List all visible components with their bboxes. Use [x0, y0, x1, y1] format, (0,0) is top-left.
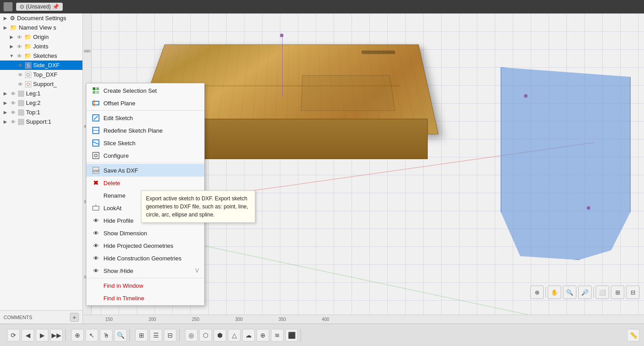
tree-item-doc-settings[interactable]: ▶ ⚙ Document Settings — [0, 13, 82, 23]
svg-rect-18 — [93, 206, 99, 210]
folder-icon — [18, 91, 24, 97]
tree-item-support1[interactable]: ▶ 👁 Support:1 — [0, 117, 82, 126]
menu-find-in-window[interactable]: Find in Window — [86, 279, 204, 292]
pointer-button[interactable]: 🖱 — [100, 329, 112, 342]
eye-icon: 👁 — [10, 91, 16, 96]
menu-divider-2 — [86, 163, 204, 163]
slice-icon — [92, 139, 100, 147]
view-btn-2[interactable]: ☰ — [150, 329, 162, 342]
tree-item-side-dxf[interactable]: 👁 S Side_DXF — [0, 61, 82, 70]
folder-icon — [18, 119, 24, 125]
cursor-button[interactable]: ↖ — [86, 329, 98, 342]
unsaved-icon: ⊙ — [20, 4, 24, 10]
nav-view-btn3[interactable]: ⊟ — [626, 285, 640, 299]
eye-icon: 👁 — [16, 53, 22, 59]
menu-slice-sketch[interactable]: Slice Sketch — [86, 137, 204, 149]
eye-icon: 👁 — [10, 119, 16, 125]
arrow-icon: ▶ — [3, 16, 8, 21]
dxf-icon: DXF — [92, 166, 100, 174]
tree-item-sketches[interactable]: ▼ 👁 📁 Sketches — [0, 51, 82, 61]
eye-icon: 👁 — [92, 267, 100, 275]
offset-plane-icon — [92, 99, 100, 107]
tooltip-box: Export active sketch to DXF. Export sket… — [141, 190, 255, 223]
arrow-icon: ▶ — [3, 100, 8, 105]
menu-hide-projected[interactable]: 👁 Hide Projected Geometries — [86, 239, 204, 252]
tree-item-top-dxf[interactable]: 👁 ⬡ Top_DXF — [0, 70, 82, 79]
eye-icon: 👁 — [92, 254, 100, 262]
eye-icon: 👁 — [10, 100, 16, 106]
eye-icon: 👁 — [92, 242, 100, 250]
rename-icon — [92, 191, 100, 199]
menu-hide-construction[interactable]: 👁 Hide Construction Geometries — [86, 252, 204, 264]
sketch-point-1 — [280, 34, 283, 37]
title-bar: ⊙ (Unsaved) 📌 — [0, 0, 644, 13]
tree-item-leg2[interactable]: ▶ 👁 Leg:2 — [0, 98, 82, 108]
find-icon — [92, 294, 100, 302]
play-button[interactable]: ▶ — [36, 329, 48, 342]
prev-button[interactable]: ◀ — [21, 329, 34, 342]
playback-controls: ⟳ ◀ ▶ ▶▶ — [4, 329, 66, 342]
lookat-icon — [92, 204, 100, 212]
menu-divider-1 — [86, 110, 204, 111]
nav-move-btn[interactable]: ⊕ — [530, 285, 544, 299]
folder-icon: 📁 — [24, 43, 31, 50]
folder-icon — [18, 100, 24, 106]
menu-redefine-sketch-plane[interactable]: Redefine Sketch Plane — [86, 124, 204, 137]
menu-edit-sketch[interactable]: Edit Sketch — [86, 112, 204, 124]
shape-btn-3[interactable]: ⬢ — [214, 329, 226, 342]
tree-item-leg1[interactable]: ▶ 👁 Leg:1 — [0, 89, 82, 98]
folder-icon: 📁 — [24, 34, 31, 40]
nav-hand-btn[interactable]: ✋ — [548, 285, 561, 299]
menu-find-in-timeline[interactable]: Find in Timeline — [86, 292, 204, 304]
menu-delete[interactable]: ✖ Delete — [86, 177, 204, 189]
tree-item-top1[interactable]: ▶ 👁 Top:1 — [0, 108, 82, 117]
menu-create-selection-set[interactable]: Create Selection Set — [86, 84, 204, 97]
folder-icon — [18, 109, 24, 116]
tree-item-support[interactable]: 👁 ⬡ Support_ — [0, 79, 82, 89]
tree-item-named-views[interactable]: ▶ 📁 Named View s — [0, 23, 82, 32]
nav-view-btn1[interactable]: ⬜ — [596, 285, 609, 299]
shape-btn-1[interactable]: ◎ — [185, 329, 197, 342]
nav-zoom-plus-btn[interactable]: 🔍 — [563, 285, 576, 299]
next-button[interactable]: ▶▶ — [50, 329, 63, 342]
svg-rect-4 — [93, 91, 95, 94]
sketch-icon: ⬡ — [25, 72, 31, 78]
shape-btn-8[interactable]: ⬛ — [285, 329, 298, 342]
sketch-point-2 — [524, 94, 528, 98]
view-btn-1[interactable]: ⊞ — [135, 329, 148, 342]
nav-zoom-minus-btn[interactable]: 🔎 — [578, 285, 592, 299]
drawer-box — [301, 75, 395, 111]
shape-btn-7[interactable]: ≋ — [271, 329, 283, 342]
tree-item-origin[interactable]: ▶ 👁 📁 Origin — [0, 32, 82, 42]
arrow-icon: ▶ — [9, 35, 14, 39]
arrow-icon: ▼ — [9, 53, 14, 58]
menu-show-hide[interactable]: 👁 Show /Hide V — [86, 264, 204, 277]
document-title: ⊙ (Unsaved) 📌 — [16, 3, 63, 11]
folder-icon: 📁 — [10, 24, 17, 31]
menu-offset-plane[interactable]: Offset Plane — [86, 97, 204, 109]
sketch-icon: ⬡ — [25, 81, 31, 87]
menu-save-as-dxf[interactable]: DXF Save As DXF — [86, 164, 204, 177]
shape-btn-5[interactable]: ☁ — [242, 329, 255, 342]
ruler-bottom: 150 200 250 300 350 400 — [83, 315, 644, 324]
menu-show-dimension[interactable]: 👁 Show Dimension — [86, 227, 204, 239]
gear-icon: ⚙ — [10, 15, 15, 22]
find-icon — [92, 281, 100, 290]
restart-button[interactable]: ⟳ — [7, 329, 20, 342]
shape-btn-2[interactable]: ⬡ — [199, 329, 212, 342]
add-comment-button[interactable]: + — [70, 313, 79, 322]
left-panel: ▶ ⚙ Document Settings ▶ 📁 Named View s ▶… — [0, 13, 83, 324]
view-btn-3[interactable]: ⊟ — [164, 329, 176, 342]
tree-item-joints[interactable]: ▶ 👁 📁 Joints — [0, 42, 82, 51]
inspect-button[interactable]: 🔍 — [114, 329, 127, 342]
add-tool-button[interactable]: ⊕ — [71, 329, 84, 342]
shape-btn-4[interactable]: △ — [228, 329, 240, 342]
blue-side-panel — [501, 67, 631, 260]
measure-icon[interactable]: 📏 — [627, 329, 640, 342]
menu-configure[interactable]: Configure — [86, 149, 204, 162]
shape-btn-6[interactable]: ⊕ — [257, 329, 269, 342]
nav-view-btn2[interactable]: ⊞ — [611, 285, 624, 299]
svg-line-9 — [94, 116, 98, 120]
folder-icon: 📁 — [24, 52, 31, 59]
view-tools: ⊞ ☰ ⊟ — [133, 329, 180, 342]
